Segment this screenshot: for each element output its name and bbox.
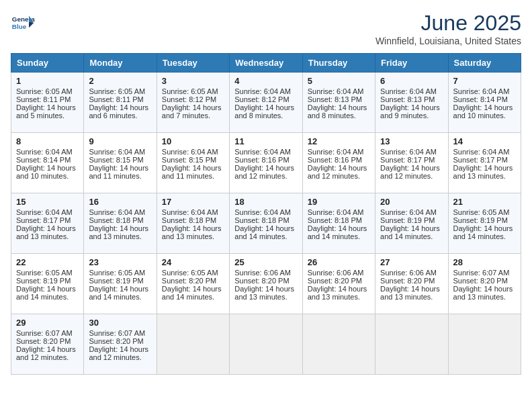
calendar-cell: 24Sunrise: 6:05 AMSunset: 8:20 PMDayligh… [157,254,229,314]
day-info: Sunrise: 6:04 AM [380,87,443,95]
calendar-cell: 10Sunrise: 6:04 AMSunset: 8:15 PMDayligh… [157,133,229,193]
day-info: Daylight: 14 hours [162,103,224,111]
day-info: Sunrise: 6:04 AM [308,208,370,216]
day-info: Sunrise: 6:05 AM [89,87,151,95]
day-info: Daylight: 14 hours [234,164,297,172]
day-info: Sunrise: 6:04 AM [453,148,516,156]
day-info: Sunrise: 6:04 AM [16,208,79,216]
calendar-cell: 18Sunrise: 6:04 AMSunset: 8:18 PMDayligh… [230,193,302,254]
day-info: Daylight: 14 hours [453,224,516,232]
day-info: and 11 minutes. [162,172,224,180]
day-info: Sunset: 8:19 PM [453,216,516,224]
day-info: Daylight: 14 hours [89,345,151,353]
calendar-cell: 21Sunrise: 6:05 AMSunset: 8:19 PMDayligh… [448,193,521,254]
day-info: and 12 minutes. [380,172,443,180]
day-number: 21 [453,197,516,207]
day-number: 4 [234,76,297,86]
day-info: Sunrise: 6:06 AM [380,269,443,277]
day-info: Sunrise: 6:04 AM [89,208,151,216]
header-day-friday: Friday [375,54,448,73]
header: General Blue June 2025 Winnfield, Louisi… [11,11,521,46]
day-info: Sunrise: 6:04 AM [453,87,516,95]
day-info: Daylight: 14 hours [89,285,151,293]
day-number: 11 [234,136,297,146]
day-info: and 13 minutes. [16,232,79,240]
calendar-cell: 17Sunrise: 6:04 AMSunset: 8:18 PMDayligh… [157,193,229,254]
day-number: 22 [16,257,79,267]
calendar-cell [375,314,448,375]
day-number: 7 [453,76,516,86]
day-info: Sunset: 8:19 PM [89,277,151,285]
day-info: and 14 minutes. [308,232,370,240]
day-number: 17 [162,197,224,207]
calendar-cell: 14Sunrise: 6:04 AMSunset: 8:17 PMDayligh… [448,133,521,193]
day-info: and 10 minutes. [16,172,79,180]
calendar-cell: 11Sunrise: 6:04 AMSunset: 8:16 PMDayligh… [230,133,302,193]
day-info: Sunset: 8:16 PM [308,156,370,164]
day-info: Sunset: 8:16 PM [234,156,297,164]
header-day-sunday: Sunday [11,54,84,73]
day-info: Sunset: 8:19 PM [16,277,79,285]
calendar-cell: 29Sunrise: 6:07 AMSunset: 8:20 PMDayligh… [11,314,84,375]
header-day-saturday: Saturday [448,54,521,73]
calendar-week-row: 8Sunrise: 6:04 AMSunset: 8:14 PMDaylight… [11,133,521,193]
day-info: Daylight: 14 hours [308,103,370,111]
day-info: Daylight: 14 hours [162,164,224,172]
day-info: Daylight: 14 hours [162,285,224,293]
day-number: 27 [380,257,443,267]
day-number: 18 [234,197,297,207]
day-info: Sunrise: 6:05 AM [16,269,79,277]
day-info: Sunrise: 6:06 AM [308,269,370,277]
day-info: and 12 minutes. [234,172,297,180]
day-info: Daylight: 14 hours [16,164,79,172]
day-number: 10 [162,136,224,146]
calendar-cell [302,314,375,375]
calendar-cell: 25Sunrise: 6:06 AMSunset: 8:20 PMDayligh… [230,254,302,314]
day-info: Daylight: 14 hours [380,285,443,293]
calendar-cell: 3Sunrise: 6:05 AMSunset: 8:12 PMDaylight… [157,73,229,133]
svg-text:Blue: Blue [12,23,27,30]
day-info: Sunrise: 6:05 AM [162,269,224,277]
day-number: 25 [234,257,297,267]
calendar-table: SundayMondayTuesdayWednesdayThursdayFrid… [11,53,521,375]
day-info: Daylight: 14 hours [16,345,79,353]
calendar-cell: 8Sunrise: 6:04 AMSunset: 8:14 PMDaylight… [11,133,84,193]
calendar-week-row: 22Sunrise: 6:05 AMSunset: 8:19 PMDayligh… [11,254,521,314]
day-info: and 14 minutes. [162,293,224,301]
calendar-cell: 30Sunrise: 6:07 AMSunset: 8:20 PMDayligh… [84,314,157,375]
calendar-cell [230,314,302,375]
day-info: and 6 minutes. [89,111,151,120]
day-info: Sunrise: 6:05 AM [89,269,151,277]
day-info: Sunset: 8:11 PM [16,95,79,103]
day-info: and 10 minutes. [453,111,516,120]
day-number: 30 [89,318,151,328]
day-info: and 5 minutes. [16,111,79,120]
day-info: and 12 minutes. [89,353,151,361]
calendar-cell: 16Sunrise: 6:04 AMSunset: 8:18 PMDayligh… [84,193,157,254]
day-info: Sunset: 8:19 PM [380,216,443,224]
day-info: Daylight: 14 hours [16,224,79,232]
day-info: Sunset: 8:18 PM [89,216,151,224]
day-info: Daylight: 14 hours [234,224,297,232]
day-info: and 13 minutes. [453,293,516,301]
day-info: Daylight: 14 hours [234,285,297,293]
header-day-monday: Monday [84,54,157,73]
calendar-cell: 19Sunrise: 6:04 AMSunset: 8:18 PMDayligh… [302,193,375,254]
calendar-cell: 28Sunrise: 6:07 AMSunset: 8:20 PMDayligh… [448,254,521,314]
calendar-cell: 13Sunrise: 6:04 AMSunset: 8:17 PMDayligh… [375,133,448,193]
day-number: 1 [16,76,79,86]
day-number: 6 [380,76,443,86]
day-number: 19 [308,197,370,207]
day-info: Daylight: 14 hours [380,224,443,232]
day-info: Daylight: 14 hours [16,103,79,111]
day-info: Sunrise: 6:04 AM [234,208,297,216]
day-info: Sunset: 8:20 PM [89,337,151,345]
calendar-cell: 23Sunrise: 6:05 AMSunset: 8:19 PMDayligh… [84,254,157,314]
calendar-cell [157,314,229,375]
day-info: Daylight: 14 hours [453,164,516,172]
day-info: Daylight: 14 hours [453,103,516,111]
day-info: Sunrise: 6:04 AM [234,87,297,95]
day-info: Sunset: 8:13 PM [380,95,443,103]
calendar-cell: 6Sunrise: 6:04 AMSunset: 8:13 PMDaylight… [375,73,448,133]
day-number: 16 [89,197,151,207]
